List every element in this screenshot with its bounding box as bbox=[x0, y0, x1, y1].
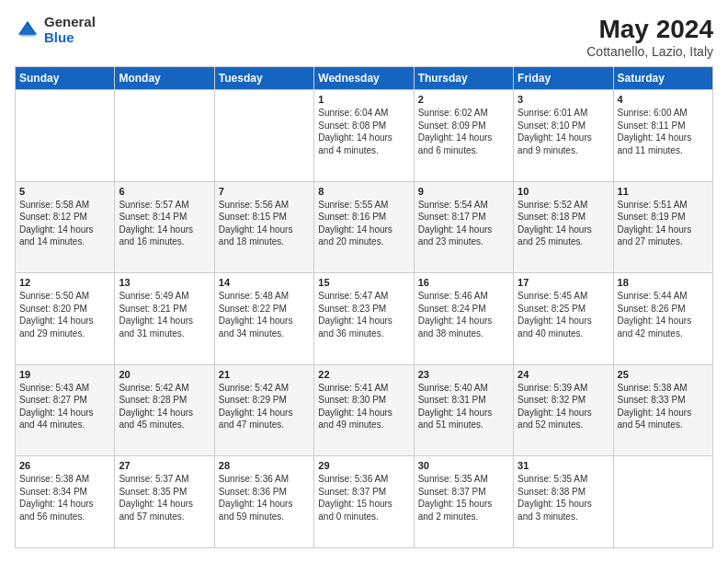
table-row bbox=[16, 90, 115, 182]
table-row: 8Sunrise: 5:55 AM Sunset: 8:16 PM Daylig… bbox=[314, 181, 414, 273]
day-info: Sunrise: 5:52 AM Sunset: 8:18 PM Dayligh… bbox=[518, 199, 609, 248]
table-row: 29Sunrise: 5:36 AM Sunset: 8:37 PM Dayli… bbox=[314, 456, 414, 548]
calendar-header-row: Sunday Monday Tuesday Wednesday Thursday… bbox=[16, 67, 713, 90]
table-row: 19Sunrise: 5:43 AM Sunset: 8:27 PM Dayli… bbox=[16, 364, 115, 456]
day-number: 5 bbox=[19, 186, 110, 197]
day-info: Sunrise: 5:38 AM Sunset: 8:34 PM Dayligh… bbox=[19, 473, 110, 523]
day-number: 7 bbox=[219, 186, 310, 197]
table-row: 4Sunrise: 6:00 AM Sunset: 8:11 PM Daylig… bbox=[613, 90, 712, 182]
page: General Blue May 2024 Cottanello, Lazio,… bbox=[0, 0, 728, 563]
day-number: 23 bbox=[418, 369, 509, 380]
day-info: Sunrise: 5:42 AM Sunset: 8:29 PM Dayligh… bbox=[219, 382, 310, 431]
table-row: 6Sunrise: 5:57 AM Sunset: 8:14 PM Daylig… bbox=[115, 181, 214, 273]
day-number: 4 bbox=[618, 94, 709, 105]
day-number: 2 bbox=[418, 94, 509, 105]
day-info: Sunrise: 6:04 AM Sunset: 8:08 PM Dayligh… bbox=[318, 107, 409, 156]
day-number: 3 bbox=[518, 94, 609, 105]
table-row: 31Sunrise: 5:35 AM Sunset: 8:38 PM Dayli… bbox=[514, 456, 613, 548]
day-info: Sunrise: 6:00 AM Sunset: 8:11 PM Dayligh… bbox=[618, 107, 709, 156]
table-row: 27Sunrise: 5:37 AM Sunset: 8:35 PM Dayli… bbox=[115, 456, 214, 548]
table-row: 21Sunrise: 5:42 AM Sunset: 8:29 PM Dayli… bbox=[214, 364, 313, 456]
day-info: Sunrise: 5:50 AM Sunset: 8:20 PM Dayligh… bbox=[19, 290, 110, 339]
col-thursday: Thursday bbox=[414, 67, 513, 90]
day-number: 30 bbox=[418, 460, 509, 471]
day-number: 16 bbox=[418, 277, 509, 288]
day-number: 24 bbox=[518, 369, 609, 380]
day-info: Sunrise: 5:49 AM Sunset: 8:21 PM Dayligh… bbox=[119, 290, 210, 339]
day-number: 27 bbox=[119, 460, 210, 471]
day-number: 29 bbox=[318, 460, 409, 471]
table-row: 15Sunrise: 5:47 AM Sunset: 8:23 PM Dayli… bbox=[314, 273, 414, 365]
table-row: 30Sunrise: 5:35 AM Sunset: 8:37 PM Dayli… bbox=[414, 456, 513, 548]
day-info: Sunrise: 5:56 AM Sunset: 8:15 PM Dayligh… bbox=[219, 199, 310, 248]
day-info: Sunrise: 5:35 AM Sunset: 8:38 PM Dayligh… bbox=[518, 473, 609, 523]
day-info: Sunrise: 5:38 AM Sunset: 8:33 PM Dayligh… bbox=[618, 382, 709, 431]
table-row: 26Sunrise: 5:38 AM Sunset: 8:34 PM Dayli… bbox=[16, 456, 115, 548]
table-row bbox=[613, 456, 712, 548]
col-wednesday: Wednesday bbox=[314, 67, 414, 90]
day-number: 11 bbox=[618, 186, 709, 197]
day-info: Sunrise: 5:43 AM Sunset: 8:27 PM Dayligh… bbox=[19, 382, 110, 431]
logo: General Blue bbox=[15, 15, 96, 45]
day-info: Sunrise: 5:48 AM Sunset: 8:22 PM Dayligh… bbox=[219, 290, 310, 339]
day-number: 19 bbox=[19, 369, 110, 380]
day-number: 25 bbox=[618, 369, 709, 380]
day-info: Sunrise: 5:45 AM Sunset: 8:25 PM Dayligh… bbox=[518, 290, 609, 339]
day-info: Sunrise: 5:47 AM Sunset: 8:23 PM Dayligh… bbox=[318, 290, 409, 339]
day-info: Sunrise: 5:37 AM Sunset: 8:35 PM Dayligh… bbox=[119, 473, 210, 523]
table-row: 14Sunrise: 5:48 AM Sunset: 8:22 PM Dayli… bbox=[214, 273, 313, 365]
day-number: 21 bbox=[219, 369, 310, 380]
day-number: 9 bbox=[418, 186, 509, 197]
day-number: 1 bbox=[318, 94, 409, 105]
col-tuesday: Tuesday bbox=[214, 67, 313, 90]
table-row: 18Sunrise: 5:44 AM Sunset: 8:26 PM Dayli… bbox=[613, 273, 712, 365]
table-row: 16Sunrise: 5:46 AM Sunset: 8:24 PM Dayli… bbox=[414, 273, 513, 365]
day-number: 28 bbox=[219, 460, 310, 471]
subtitle: Cottanello, Lazio, Italy bbox=[586, 44, 713, 59]
calendar-week-row: 12Sunrise: 5:50 AM Sunset: 8:20 PM Dayli… bbox=[16, 273, 713, 365]
table-row: 7Sunrise: 5:56 AM Sunset: 8:15 PM Daylig… bbox=[214, 181, 313, 273]
table-row: 10Sunrise: 5:52 AM Sunset: 8:18 PM Dayli… bbox=[514, 181, 613, 273]
day-number: 10 bbox=[518, 186, 609, 197]
day-info: Sunrise: 5:42 AM Sunset: 8:28 PM Dayligh… bbox=[119, 382, 210, 431]
day-number: 17 bbox=[518, 277, 609, 288]
table-row: 1Sunrise: 6:04 AM Sunset: 8:08 PM Daylig… bbox=[314, 90, 414, 182]
day-info: Sunrise: 5:41 AM Sunset: 8:30 PM Dayligh… bbox=[318, 382, 409, 431]
calendar-week-row: 1Sunrise: 6:04 AM Sunset: 8:08 PM Daylig… bbox=[16, 90, 713, 182]
table-row: 24Sunrise: 5:39 AM Sunset: 8:32 PM Dayli… bbox=[514, 364, 613, 456]
day-info: Sunrise: 5:36 AM Sunset: 8:37 PM Dayligh… bbox=[318, 473, 409, 523]
title-block: May 2024 Cottanello, Lazio, Italy bbox=[586, 15, 713, 59]
table-row: 2Sunrise: 6:02 AM Sunset: 8:09 PM Daylig… bbox=[414, 90, 513, 182]
day-number: 20 bbox=[119, 369, 210, 380]
table-row: 11Sunrise: 5:51 AM Sunset: 8:19 PM Dayli… bbox=[613, 181, 712, 273]
col-saturday: Saturday bbox=[613, 67, 712, 90]
calendar: Sunday Monday Tuesday Wednesday Thursday… bbox=[15, 66, 713, 548]
table-row: 23Sunrise: 5:40 AM Sunset: 8:31 PM Dayli… bbox=[414, 364, 513, 456]
day-number: 18 bbox=[618, 277, 709, 288]
table-row: 12Sunrise: 5:50 AM Sunset: 8:20 PM Dayli… bbox=[16, 273, 115, 365]
table-row bbox=[214, 90, 313, 182]
table-row: 13Sunrise: 5:49 AM Sunset: 8:21 PM Dayli… bbox=[115, 273, 214, 365]
day-info: Sunrise: 5:55 AM Sunset: 8:16 PM Dayligh… bbox=[318, 199, 409, 248]
table-row: 28Sunrise: 5:36 AM Sunset: 8:36 PM Dayli… bbox=[214, 456, 313, 548]
day-info: Sunrise: 5:35 AM Sunset: 8:37 PM Dayligh… bbox=[418, 473, 509, 523]
calendar-week-row: 5Sunrise: 5:58 AM Sunset: 8:12 PM Daylig… bbox=[16, 181, 713, 273]
day-number: 22 bbox=[318, 369, 409, 380]
col-friday: Friday bbox=[514, 67, 613, 90]
table-row: 17Sunrise: 5:45 AM Sunset: 8:25 PM Dayli… bbox=[514, 273, 613, 365]
header: General Blue May 2024 Cottanello, Lazio,… bbox=[15, 15, 713, 59]
day-number: 14 bbox=[219, 277, 310, 288]
day-info: Sunrise: 5:44 AM Sunset: 8:26 PM Dayligh… bbox=[618, 290, 709, 339]
day-info: Sunrise: 5:58 AM Sunset: 8:12 PM Dayligh… bbox=[19, 199, 110, 248]
col-monday: Monday bbox=[115, 67, 214, 90]
day-info: Sunrise: 5:57 AM Sunset: 8:14 PM Dayligh… bbox=[119, 199, 210, 248]
day-number: 31 bbox=[518, 460, 609, 471]
day-number: 13 bbox=[119, 277, 210, 288]
day-info: Sunrise: 5:40 AM Sunset: 8:31 PM Dayligh… bbox=[418, 382, 509, 431]
logo-blue-text: Blue bbox=[44, 30, 96, 46]
day-number: 12 bbox=[19, 277, 110, 288]
main-title: May 2024 bbox=[586, 15, 713, 44]
day-info: Sunrise: 5:54 AM Sunset: 8:17 PM Dayligh… bbox=[418, 199, 509, 248]
table-row: 25Sunrise: 5:38 AM Sunset: 8:33 PM Dayli… bbox=[613, 364, 712, 456]
day-info: Sunrise: 5:36 AM Sunset: 8:36 PM Dayligh… bbox=[219, 473, 310, 523]
